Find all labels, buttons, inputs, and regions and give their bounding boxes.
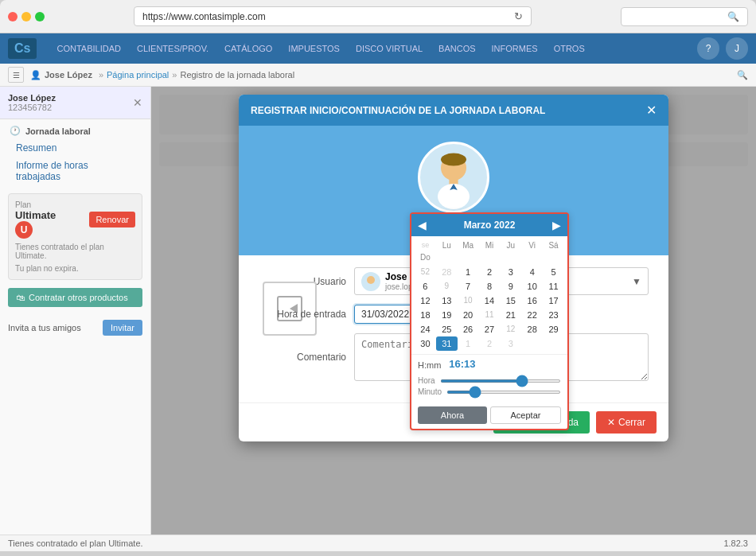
- cal-day-21[interactable]: 21: [500, 308, 521, 322]
- contratar-button[interactable]: 🛍 Contratar otros productos: [8, 288, 142, 307]
- cal-day-2apr[interactable]: 2: [479, 336, 501, 351]
- sidebar-section-header: 🕐 Jornada laboral: [0, 119, 150, 139]
- help-icon[interactable]: ?: [697, 37, 719, 60]
- plan-header: Plan Ultimate U Renovar: [15, 200, 135, 239]
- plan-name: Ultimate: [15, 209, 56, 221]
- sidebar-user-id: 123456782: [8, 103, 56, 112]
- ahora-button[interactable]: Ahora: [418, 406, 487, 424]
- cal-day-29[interactable]: 29: [543, 322, 564, 336]
- sidebar-item-informe[interactable]: Informe de horas trabajadas: [0, 157, 150, 185]
- plan-initial: U: [15, 221, 33, 239]
- cal-day-25[interactable]: 25: [436, 322, 458, 336]
- dot-yellow: [21, 12, 31, 21]
- cal-weekdays: se Lu Ma Mi Ju Vi Sá Do: [415, 239, 564, 263]
- nav-item-contabilidad[interactable]: CONTABILIDAD: [49, 33, 128, 64]
- modal-title: REGISTRAR INICIO/CONTINUACIÓN DE LA JORN…: [251, 105, 545, 116]
- weekday-ma: Ma: [458, 239, 479, 251]
- nav-item-catalogo[interactable]: CATÁLOGO: [216, 33, 280, 64]
- cal-day-13[interactable]: 13: [436, 294, 458, 308]
- sidebar-user: Jose López 123456782 ✕: [0, 87, 150, 119]
- invitar-button[interactable]: Invitar: [103, 320, 142, 336]
- renovar-button[interactable]: Renovar: [89, 212, 135, 227]
- cal-day-3apr[interactable]: 3: [500, 336, 521, 351]
- cal-day-27[interactable]: 27: [479, 322, 501, 336]
- cal-prev-button[interactable]: ◀: [418, 219, 427, 231]
- sidebar-section-label: Jornada laboral: [25, 126, 91, 136]
- weekday-mi: Mi: [479, 239, 501, 251]
- weekday-lu: Lu: [436, 239, 458, 251]
- cal-day-9[interactable]: 9: [500, 279, 521, 294]
- cal-day-31[interactable]: 31: [436, 336, 458, 351]
- nav-item-impuestos[interactable]: IMPUESTOS: [280, 33, 348, 64]
- cal-next-button[interactable]: ▶: [552, 219, 561, 231]
- cal-day-15[interactable]: 15: [500, 294, 521, 308]
- cal-day-1[interactable]: 1: [458, 265, 479, 279]
- status-message: Tienes contratado el plan Ultimate.: [8, 539, 143, 548]
- cal-time: H:mm 16:13 Hora Minuto: [411, 354, 567, 403]
- breadcrumb-page2: Registro de la jornada laboral: [180, 70, 294, 80]
- cal-day-16[interactable]: 16: [521, 294, 543, 308]
- cal-day-23[interactable]: 23: [543, 308, 564, 322]
- cal-day-5[interactable]: 5: [543, 265, 564, 279]
- sidebar-toggle[interactable]: ☰: [8, 67, 24, 83]
- cal-day-12[interactable]: 12: [415, 294, 436, 308]
- search-page-icon[interactable]: 🔍: [737, 70, 748, 80]
- weekday-ju: Ju: [500, 239, 521, 251]
- cal-day-22[interactable]: 22: [521, 308, 543, 322]
- cal-day-11[interactable]: 11: [543, 279, 564, 294]
- minuto-slider[interactable]: [446, 391, 561, 394]
- week-num-4: 11: [479, 308, 501, 322]
- cal-day-26[interactable]: 26: [458, 322, 479, 336]
- week-num-2: 9: [436, 279, 458, 294]
- cal-day-14[interactable]: 14: [479, 294, 501, 308]
- cal-day-28feb[interactable]: 28: [436, 265, 458, 279]
- plan-note1: Tienes contratado el plan Ultimate.: [15, 243, 135, 260]
- cal-footer: Ahora Aceptar: [411, 403, 567, 429]
- cal-day-10[interactable]: 10: [521, 279, 543, 294]
- week-num-1: 52: [415, 265, 436, 279]
- browser-search[interactable]: 🔍: [621, 7, 748, 26]
- cal-day-2[interactable]: 2: [479, 265, 501, 279]
- browser-chrome: https://www.contasimple.com ↻ 🔍: [0, 0, 756, 33]
- cal-day-3[interactable]: 3: [500, 265, 521, 279]
- cal-day-19[interactable]: 19: [436, 308, 458, 322]
- calendar-popup: ◀ Marzo 2022 ▶ se Lu Ma Mi Ju Vi: [410, 212, 569, 430]
- avatar-circle: [418, 142, 489, 213]
- cal-day-4[interactable]: 4: [521, 265, 543, 279]
- cal-day-17[interactable]: 17: [543, 294, 564, 308]
- modal-close-button[interactable]: ✕: [646, 103, 657, 118]
- modal-overlay: REGISTRAR INICIO/CONTINUACIÓN DE LA JORN…: [151, 87, 756, 535]
- sidebar-item-resumen[interactable]: Resumen: [0, 139, 150, 157]
- browser-url[interactable]: https://www.contasimple.com ↻: [134, 6, 532, 26]
- cal-day-24[interactable]: 24: [415, 322, 436, 336]
- nav-item-bancos[interactable]: BANCOS: [431, 33, 483, 64]
- version-label: 1.82.3: [723, 539, 748, 548]
- nav-item-clientes[interactable]: CLIENTES/PROV.: [129, 33, 216, 64]
- cal-day-28[interactable]: 28: [521, 322, 543, 336]
- time-label: H:mm: [418, 360, 441, 370]
- sidebar-user-close[interactable]: ✕: [133, 96, 142, 109]
- nav-item-disco[interactable]: DISCO VIRTUAL: [348, 33, 431, 64]
- refresh-icon[interactable]: ↻: [514, 10, 523, 22]
- cal-day-6[interactable]: 6: [415, 279, 436, 294]
- cerrar-button[interactable]: ✕ Cerrar: [596, 411, 657, 434]
- breadcrumb-page1[interactable]: Página principal: [107, 70, 169, 80]
- svg-point-1: [441, 154, 466, 166]
- breadcrumb-bar: ☰ 👤 Jose López » Página principal » Regi…: [0, 64, 756, 87]
- time-value: 16:13: [449, 358, 475, 370]
- weekday-vi: Vi: [521, 239, 543, 251]
- nav-item-informes[interactable]: INFORMES: [484, 33, 546, 64]
- nav-item-otros[interactable]: OTROS: [546, 33, 593, 64]
- main-page: REGISTRAR INICIO/CONTINUACIÓN DE LA JORN…: [151, 87, 756, 535]
- cal-day-18[interactable]: 18: [415, 308, 436, 322]
- user-avatar-nav[interactable]: J: [726, 37, 748, 60]
- app: Cs CONTABILIDAD CLIENTES/PROV. CATÁLOGO …: [0, 33, 756, 551]
- cal-day-8[interactable]: 8: [479, 279, 501, 294]
- weekday-se: se: [415, 239, 436, 251]
- cal-day-20[interactable]: 20: [458, 308, 479, 322]
- cal-day-1apr[interactable]: 1: [458, 336, 479, 351]
- hora-slider[interactable]: [440, 379, 561, 383]
- aceptar-button[interactable]: Aceptar: [490, 406, 561, 424]
- cal-day-30[interactable]: 30: [415, 336, 436, 351]
- cal-day-7[interactable]: 7: [458, 279, 479, 294]
